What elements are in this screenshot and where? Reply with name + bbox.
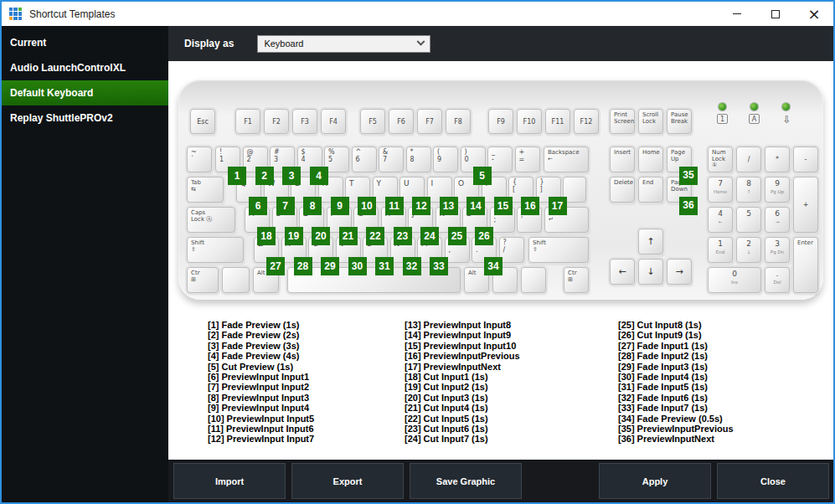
- key-arrow-up: ↑: [638, 229, 663, 255]
- key-np-minus: -: [793, 147, 818, 172]
- app-icon-cell: [9, 17, 13, 20]
- shortcut-badge-10: 10: [358, 197, 376, 215]
- key-np-dot: .Del: [765, 267, 790, 293]
- display-as-value: Keyboard: [264, 39, 303, 49]
- key-np-divide: /: [736, 147, 761, 172]
- legend-item: [21] Cut Input4 (1s): [405, 403, 601, 413]
- sidebar-item-label: Current: [10, 37, 46, 49]
- legend-item: [12] PreviewInput Input7: [208, 434, 405, 444]
- shortcut-badge-1: 1: [228, 167, 246, 185]
- shortcut-badge-14: 14: [466, 197, 485, 215]
- content-area: Display as Keyboard EscF1F2F3F4F5F6F7F8F…: [168, 26, 833, 502]
- shortcut-badge-18: 18: [257, 227, 276, 245]
- legend-item: [8] PreviewInput Input3: [208, 393, 405, 403]
- app-icon-cell: [9, 8, 13, 11]
- key-arrow-right: →: [667, 259, 692, 285]
- minimize-button[interactable]: [718, 2, 756, 26]
- key-np-3: 3Pg Dn: [765, 237, 790, 263]
- key-f6: F6: [389, 109, 414, 134]
- close-icon: ×: [807, 10, 820, 18]
- legend-item: [14] PreviewInput Input9: [405, 330, 601, 340]
- legend-item: [36] PreviewInputNext: [618, 434, 815, 444]
- key-3: #33: [270, 147, 295, 172]
- key-0: )05: [461, 147, 486, 172]
- maximize-button[interactable]: [756, 2, 795, 26]
- shortcut-badge-11: 11: [385, 197, 404, 215]
- sidebar-item-audio-launchcontrolxl[interactable]: Audio LaunchControlXL: [2, 55, 168, 80]
- key-bracket-right: }]17: [536, 177, 561, 203]
- key-insert: Insert: [610, 147, 635, 172]
- app-icon-cell: [18, 17, 22, 20]
- legend-item: [5] Cut Preview (1s): [208, 362, 405, 372]
- legend-item: [28] Fade Input2 (1s): [618, 351, 815, 361]
- apply-button[interactable]: Apply: [599, 463, 711, 499]
- shortcut-badge-29: 29: [321, 257, 339, 275]
- sidebar-item-replay-shuttleprov2[interactable]: Replay ShuttlePROv2: [2, 105, 168, 131]
- legend-item: [24] Cut Input7 (1s): [405, 434, 601, 444]
- key-8: *8: [406, 147, 431, 172]
- app-icon-cell: [9, 12, 13, 15]
- legend-item: [13] PreviewInput Input8: [405, 320, 601, 330]
- key-scroll-lock: ScrollLock: [638, 109, 663, 134]
- display-as-bar: Display as Keyboard: [168, 26, 833, 61]
- shortcut-badge-9: 9: [331, 197, 349, 215]
- close-action-button[interactable]: Close: [717, 463, 829, 499]
- close-button[interactable]: ×: [795, 2, 833, 26]
- shortcut-badge-2: 2: [255, 167, 274, 185]
- key-f8: F8: [446, 109, 471, 134]
- key-slash: ?/: [499, 237, 524, 263]
- scroll-lock-led-icon: ⇩: [781, 114, 793, 126]
- save-graphic-button[interactable]: Save Graphic: [410, 463, 522, 499]
- key-6: ^6: [352, 147, 377, 172]
- key-7: &7: [379, 147, 404, 172]
- titlebar: Shortcut Templates ×: [2, 2, 833, 26]
- legend-item: [3] Fade Preview (3s): [208, 341, 405, 351]
- key-t: T10: [345, 177, 370, 203]
- shortcut-badge-32: 32: [403, 257, 421, 275]
- legend-item: [31] Fade Input5 (1s): [618, 382, 815, 392]
- key-blank-2: [222, 267, 250, 293]
- key-np-8: 8↑: [736, 177, 761, 203]
- shortcut-badge-26: 26: [475, 227, 493, 245]
- legend-item: [18] Cut Input1 (1s): [405, 372, 601, 382]
- legend-item: [1] Fade Preview (1s): [208, 320, 405, 330]
- legend-item: [11] PreviewInput Input6: [208, 424, 405, 434]
- key-4: $44: [297, 147, 322, 172]
- key-f3: F3: [292, 109, 317, 134]
- key-9: (9: [433, 147, 458, 172]
- key-np-7: 7Home: [708, 177, 733, 203]
- export-button[interactable]: Export: [291, 463, 404, 499]
- sidebar-item-label: Replay ShuttlePROv2: [10, 112, 113, 124]
- display-as-label: Display as: [184, 38, 234, 49]
- num-lock-led-icon: 1: [717, 114, 728, 124]
- sidebar-item-default-keyboard[interactable]: Default Keyboard: [2, 80, 168, 105]
- display-as-dropdown[interactable]: Keyboard: [257, 35, 430, 53]
- key-f5: F5: [360, 109, 385, 134]
- legend-item: [30] Fade Input4 (1s): [618, 372, 815, 382]
- key-f10: F10: [517, 109, 542, 134]
- legend-item: [32] Fade Input6 (1s): [618, 393, 815, 403]
- window-controls: ×: [718, 2, 833, 26]
- key-np-plus: +: [793, 177, 818, 233]
- sidebar-item-current[interactable]: Current: [2, 30, 168, 55]
- key-home: Home: [638, 147, 663, 172]
- key-bracket-left: {[16: [508, 177, 533, 203]
- legend-item: [4] Fade Preview (4s): [208, 351, 405, 361]
- key-f2: F2: [264, 109, 289, 134]
- shortcut-badge-22: 22: [366, 227, 384, 245]
- key-esc: Esc: [190, 109, 215, 134]
- chevron-down-icon: [417, 37, 425, 45]
- sidebar: CurrentAudio LaunchControlXLDefault Keyb…: [2, 26, 168, 502]
- key-y: Y11: [373, 177, 398, 203]
- import-button[interactable]: Import: [173, 463, 286, 499]
- key-arrow-down: ↓: [638, 259, 663, 285]
- shortcut-badge-33: 33: [430, 257, 448, 275]
- keyboard-graphic: EscF1F2F3F4F5F6F7F8F9F10F11F12PrintScree…: [178, 80, 823, 300]
- shortcut-badge-19: 19: [285, 227, 303, 245]
- num-lock-led: [719, 103, 726, 111]
- key-arrow-left: ←: [610, 259, 635, 285]
- legend-item: [27] Fade Input1 (1s): [618, 341, 815, 351]
- shortcut-badge-3: 3: [282, 167, 301, 185]
- key-page-up: PageUp35: [667, 147, 692, 172]
- legend-item: [33] Fade Input7 (1s): [618, 403, 815, 413]
